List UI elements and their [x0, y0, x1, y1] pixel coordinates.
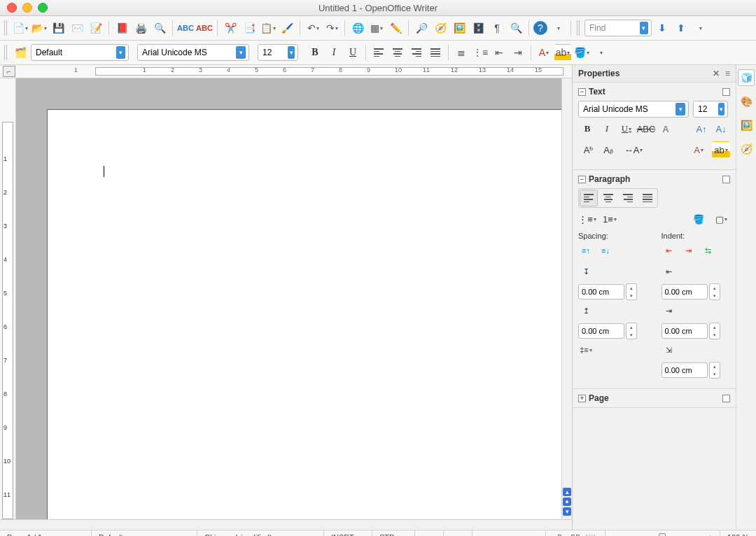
paragraph-bgcolor-button[interactable]: 🪣	[690, 211, 708, 227]
zoom-button[interactable]: 🔍	[507, 20, 524, 36]
status-selection-mode[interactable]: STD	[372, 530, 415, 536]
view-layout-buttons[interactable]: ▯ ▯▯ 📖	[546, 530, 606, 536]
indent-left-input[interactable]	[662, 284, 708, 299]
zoom-controls[interactable]: − +	[606, 530, 720, 536]
page-section-twisty[interactable]: +	[578, 395, 586, 402]
line-spacing-button[interactable]: ‡≡▾	[578, 342, 594, 358]
paragraph-section-twisty[interactable]: −	[578, 176, 586, 183]
sidebar-font-color-button[interactable]: A▾	[690, 141, 708, 158]
table-button[interactable]: ▦▾	[368, 20, 385, 36]
align-center-button[interactable]	[389, 44, 406, 61]
subscript-button[interactable]: Aᵦ	[599, 141, 617, 158]
horizontal-ruler[interactable]: ⌐ 1123456789101112131415	[0, 65, 572, 78]
sidebar-font-name-arrow[interactable]: ▾	[676, 103, 685, 115]
sidebar-align-justify-button[interactable]	[638, 190, 657, 206]
space-below-spinner[interactable]: ▴▾	[626, 323, 637, 339]
sidebar-font-name-input[interactable]	[582, 104, 673, 115]
open-button[interactable]: 📂▾	[31, 20, 48, 36]
text-more-options-button[interactable]	[722, 88, 730, 96]
sidebar-tab-gallery[interactable]: 🖼️	[738, 117, 755, 134]
italic-button[interactable]: I	[326, 44, 342, 61]
export-pdf-button[interactable]: 📕	[113, 20, 130, 36]
nonprinting-chars-button[interactable]: ¶	[489, 20, 505, 36]
sidebar-font-size-combobox[interactable]: ▾	[693, 101, 728, 118]
sidebar-highlight-button[interactable]: ab▾	[712, 141, 730, 158]
copy-button[interactable]: 📑	[241, 20, 258, 36]
sidebar-increase-indent-button[interactable]: ⇥	[681, 243, 696, 258]
align-right-button[interactable]	[408, 44, 425, 61]
edit-file-button[interactable]: 📝	[88, 20, 104, 36]
page-viewport[interactable]: ▴ ● ▾	[16, 78, 572, 519]
styles-button[interactable]: 🗂️	[12, 44, 29, 61]
superscript-button[interactable]: Aᵇ	[580, 141, 598, 158]
zoom-out-button[interactable]: −	[612, 533, 617, 536]
paragraph-border-button[interactable]: ▢▾	[712, 211, 730, 227]
sidebar-underline-button[interactable]: U▾	[617, 120, 636, 137]
find-input[interactable]	[588, 22, 637, 34]
decrease-font-button[interactable]: A↓	[712, 120, 730, 137]
email-button[interactable]: ✉️	[69, 20, 85, 36]
paragraph-style-arrow[interactable]: ▾	[116, 46, 125, 59]
sidebar-decrease-indent-button[interactable]: ⇤	[662, 243, 677, 258]
properties-close-button[interactable]: ✕	[713, 69, 720, 78]
vertical-scrollbar[interactable]: ▴ ● ▾	[561, 78, 572, 519]
vertical-ruler[interactable]: 1234567891011	[0, 78, 16, 519]
sidebar-strikethrough-button[interactable]: ABC	[637, 120, 655, 137]
data-sources-button[interactable]: 🗄️	[470, 20, 486, 36]
find-previous-button[interactable]: ⬆	[673, 20, 690, 36]
previous-page-button[interactable]: ▴	[563, 488, 571, 496]
multi-page-view-icon[interactable]: ▯▯	[569, 531, 582, 536]
sidebar-tab-navigator[interactable]: 🧭	[738, 141, 755, 157]
toolbar-grip[interactable]	[4, 20, 8, 36]
hyperlink-button[interactable]: 🌐	[349, 20, 366, 36]
font-name-input[interactable]	[141, 47, 233, 58]
paste-button[interactable]: 📋▾	[260, 20, 276, 36]
status-signature[interactable]	[444, 530, 472, 536]
autospellcheck-button[interactable]: ABC	[196, 20, 213, 36]
print-preview-button[interactable]: 🔍	[151, 20, 168, 36]
character-spacing-button[interactable]: ↔A▾	[624, 141, 643, 158]
indent-right-spinner[interactable]: ▴▾	[709, 323, 720, 339]
decrease-spacing-button[interactable]: ≡↓	[598, 243, 613, 258]
underline-button[interactable]: U	[344, 44, 361, 61]
sidebar-align-left-button[interactable]	[580, 190, 598, 206]
sidebar-settings-button[interactable]: ≡	[725, 69, 730, 78]
zoom-in-button[interactable]: +	[708, 533, 712, 536]
background-color-button[interactable]: 🪣▾	[573, 44, 590, 61]
horizontal-scrollbar[interactable]	[0, 519, 572, 530]
font-color-button[interactable]: A▾	[536, 44, 552, 61]
sidebar-font-size-arrow[interactable]: ▾	[718, 103, 724, 115]
spellcheck-button[interactable]: ABC	[177, 20, 194, 36]
format-paintbrush-button[interactable]: 🖌️	[279, 20, 295, 36]
sidebar-align-center-button[interactable]	[599, 190, 617, 206]
increase-spacing-button[interactable]: ≡↑	[578, 243, 594, 258]
formatting-toolbar-grip[interactable]	[4, 45, 8, 60]
sidebar-font-name-combobox[interactable]: ▾	[578, 101, 689, 118]
status-insert-mode[interactable]: INSRT	[324, 530, 372, 536]
font-name-arrow[interactable]: ▾	[236, 46, 246, 59]
help-button[interactable]: ?	[533, 21, 547, 35]
save-button[interactable]: 💾	[50, 20, 66, 36]
status-language[interactable]: Chinese (simplified)	[197, 530, 324, 536]
document-page[interactable]	[47, 109, 572, 519]
find-replace-button[interactable]: 🔎	[413, 20, 430, 36]
sidebar-shadow-button[interactable]: A	[657, 120, 675, 137]
paragraph-style-combobox[interactable]: ▾	[31, 44, 129, 61]
tab-stop-type-button[interactable]: ⌐	[3, 66, 15, 77]
sidebar-tab-styles[interactable]: 🎨	[738, 93, 755, 110]
navigation-button[interactable]: ●	[563, 498, 571, 506]
font-size-combobox[interactable]: ▾	[258, 44, 298, 61]
bold-button[interactable]: B	[307, 44, 323, 61]
new-document-button[interactable]: 📄▾	[12, 20, 29, 36]
font-size-input[interactable]	[261, 47, 285, 58]
increase-font-button[interactable]: A↑	[692, 120, 710, 137]
font-name-combobox[interactable]: ▾	[137, 44, 249, 61]
sidebar-bullets-button[interactable]: ⋮≡▾	[578, 211, 596, 227]
next-page-button[interactable]: ▾	[563, 507, 571, 516]
sidebar-numbering-button[interactable]: 1≡▾	[601, 211, 619, 227]
hanging-indent-button[interactable]: ⇆	[701, 243, 716, 258]
book-view-icon[interactable]: 📖	[584, 531, 597, 536]
sidebar-bold-button[interactable]: B	[578, 120, 596, 137]
space-below-input[interactable]	[578, 323, 624, 339]
indent-first-spinner[interactable]: ▴▾	[709, 362, 720, 379]
